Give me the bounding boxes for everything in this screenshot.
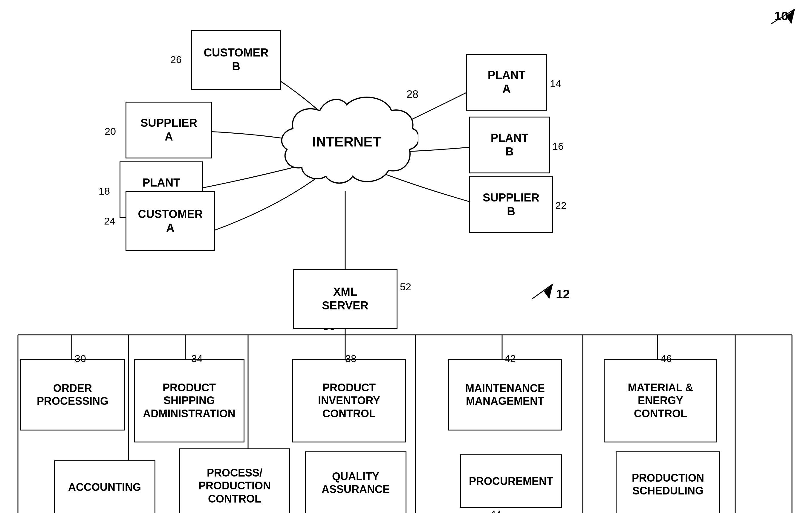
accounting-box: ACCOUNTING xyxy=(54,460,155,513)
ref-46-label: 46 xyxy=(661,353,672,364)
process-production-box: PROCESS/PRODUCTIONCONTROL xyxy=(179,449,290,513)
diagram: 10 12 50 INTERNET 28 CUSTOMERB 26 SUPPLI… xyxy=(0,0,812,513)
production-scheduling-box: PRODUCTIONSCHEDULING xyxy=(616,451,720,513)
supplier-b-box: SUPPLIERB xyxy=(469,176,553,233)
product-shipping-box: PRODUCTSHIPPINGADMINISTRATION xyxy=(134,359,244,443)
ref-28-label: 28 xyxy=(406,88,418,101)
product-inventory-box: PRODUCTINVENTORYCONTROL xyxy=(292,359,406,443)
svg-line-17 xyxy=(532,284,553,299)
maintenance-mgmt-box: MAINTENANCEMANAGEMENT xyxy=(448,359,562,430)
figure-12-label: 12 xyxy=(556,287,570,301)
ref-30-label: 30 xyxy=(75,353,86,364)
supplier-a-box: SUPPLIERA xyxy=(125,102,212,159)
customer-a-box: CUSTOMERA xyxy=(125,191,215,251)
ref-44-label: 44 xyxy=(490,508,501,513)
ref-20-label: 20 xyxy=(105,125,116,137)
ref-24-label: 24 xyxy=(104,215,115,227)
ref-38-label: 38 xyxy=(345,353,356,364)
ref-14-label: 14 xyxy=(550,78,561,89)
plant-b-box: PLANTB xyxy=(469,117,550,173)
figure-10-label: 10 xyxy=(774,9,788,23)
ref-26-label: 26 xyxy=(170,54,182,65)
ref-18-label: 18 xyxy=(98,186,110,197)
ref-52-label: 52 xyxy=(400,281,411,293)
ref-42-label: 42 xyxy=(504,353,516,364)
internet-cloud: INTERNET xyxy=(275,93,418,191)
procurement-box: PROCUREMENT xyxy=(460,454,562,508)
customer-b-box: CUSTOMERB xyxy=(191,30,281,90)
order-processing-box: ORDERPROCESSING xyxy=(20,359,125,430)
quality-assurance-box: QUALITYASSURANCE xyxy=(305,451,406,513)
ref-16-label: 16 xyxy=(552,141,564,152)
svg-text:INTERNET: INTERNET xyxy=(312,134,381,149)
plant-a-box: PLANTA xyxy=(466,54,547,111)
material-energy-box: MATERIAL &ENERGYCONTROL xyxy=(604,359,717,443)
ref-34-label: 34 xyxy=(191,353,203,364)
ref-22-label: 22 xyxy=(555,200,567,211)
xml-server-box: XMLSERVER xyxy=(293,269,398,329)
svg-marker-18 xyxy=(544,284,553,299)
